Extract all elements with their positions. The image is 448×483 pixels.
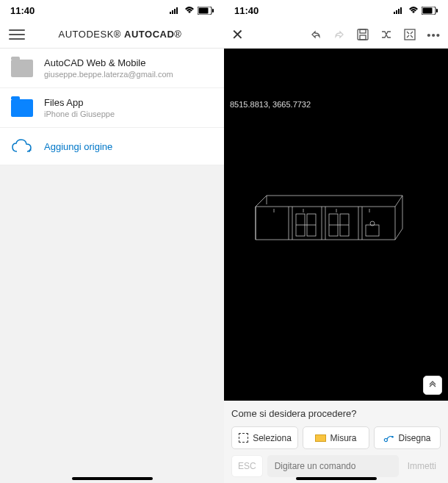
status-bar: 11:40 <box>224 0 448 21</box>
drawing-canvas[interactable]: 8515.8813, 3665.7732 <box>224 49 448 401</box>
tool-row: Seleziona Misura Disegna <box>231 426 441 449</box>
status-time: 11:40 <box>10 5 35 16</box>
svg-text:+: + <box>28 147 32 154</box>
storage-list: AutoCAD Web & Mobile giuseppe.beppe.late… <box>0 49 224 165</box>
command-panel: Come si desidera procedere? Seleziona Mi… <box>224 401 448 483</box>
svg-rect-0 <box>170 12 171 14</box>
coordinates-readout: 8515.8813, 3665.7732 <box>230 100 311 109</box>
measure-button[interactable]: Misura <box>303 426 369 449</box>
svg-rect-14 <box>436 9 438 12</box>
svg-rect-8 <box>394 12 395 14</box>
svg-rect-10 <box>398 9 400 14</box>
svg-rect-11 <box>400 7 402 14</box>
status-icons <box>170 7 214 15</box>
status-icons <box>394 7 438 15</box>
list-item-autocad-web[interactable]: AutoCAD Web & Mobile giuseppe.beppe.late… <box>0 49 224 88</box>
svg-rect-1 <box>172 10 173 14</box>
select-button[interactable]: Seleziona <box>231 426 298 449</box>
ruler-icon <box>315 432 326 443</box>
add-origin-label: Aggiungi origine <box>44 141 112 152</box>
svg-rect-32 <box>366 225 379 236</box>
draw-button[interactable]: Disegna <box>374 426 441 449</box>
svg-rect-18 <box>405 29 415 40</box>
redo-icon[interactable] <box>333 28 346 41</box>
svg-rect-16 <box>360 29 366 33</box>
svg-rect-5 <box>199 7 209 13</box>
folder-icon <box>10 59 34 78</box>
svg-rect-2 <box>174 9 176 14</box>
more-icon[interactable]: ••• <box>427 29 441 41</box>
signal-icon <box>170 7 181 14</box>
draw-label: Disegna <box>398 433 430 443</box>
list-item-files-app[interactable]: Files App iPhone di Giuseppe <box>0 88 224 128</box>
signal-icon <box>394 7 405 14</box>
brand-title: AUTODESK® AUTOCAD® <box>25 29 215 40</box>
screen-drawing-editor: 11:40 ✕ ••• 8515.8813, 3665.7732 <box>224 0 448 483</box>
editor-toolbar: ✕ ••• <box>224 21 448 49</box>
cad-wireframe <box>252 188 406 254</box>
wifi-icon <box>408 7 419 14</box>
shuffle-icon[interactable] <box>380 28 393 41</box>
svg-point-38 <box>385 438 388 441</box>
select-icon <box>238 432 249 443</box>
app-header: AUTODESK® AUTOCAD® <box>0 21 224 49</box>
screen-file-browser: 11:40 AUTODESK® AUTOCAD® AutoCAD Web & M… <box>0 0 224 483</box>
svg-rect-6 <box>212 9 214 12</box>
measure-label: Misura <box>330 433 356 443</box>
folder-icon <box>10 99 34 118</box>
item-subtitle: giuseppe.beppe.laterza@gmail.com <box>44 70 173 79</box>
undo-icon[interactable] <box>309 28 322 41</box>
item-title: Files App <box>44 97 115 108</box>
item-title: AutoCAD Web & Mobile <box>44 57 173 68</box>
brand-autocad: AUTOCAD <box>124 29 174 40</box>
svg-rect-13 <box>423 7 433 13</box>
status-bar: 11:40 <box>0 0 224 21</box>
svg-point-39 <box>392 436 394 438</box>
submit-button[interactable]: Immetti <box>403 456 441 476</box>
close-icon[interactable]: ✕ <box>231 26 244 43</box>
svg-rect-3 <box>176 7 178 14</box>
command-input[interactable] <box>267 455 399 477</box>
battery-icon <box>198 7 214 15</box>
cloud-add-icon: + <box>10 137 34 156</box>
svg-rect-9 <box>396 10 397 14</box>
fullscreen-icon[interactable] <box>403 28 416 41</box>
battery-icon <box>422 7 438 15</box>
prompt-text: Come si desidera procedere? <box>231 408 441 419</box>
status-time: 11:40 <box>234 5 259 16</box>
home-indicator <box>296 477 377 480</box>
wifi-icon <box>184 7 195 14</box>
add-origin-button[interactable]: + Aggiungi origine <box>0 128 224 165</box>
esc-button[interactable]: ESC <box>231 455 263 477</box>
menu-icon[interactable] <box>9 29 25 40</box>
svg-rect-15 <box>358 29 368 40</box>
item-subtitle: iPhone di Giuseppe <box>44 110 115 118</box>
save-icon[interactable] <box>356 28 369 41</box>
select-label: Seleziona <box>253 433 292 443</box>
brand-autodesk: AUTODESK <box>59 29 114 40</box>
home-indicator <box>72 477 153 480</box>
draw-icon <box>383 432 394 443</box>
svg-rect-17 <box>360 35 366 40</box>
command-row: ESC Immetti <box>231 455 441 477</box>
expand-panel-button[interactable] <box>423 376 442 395</box>
